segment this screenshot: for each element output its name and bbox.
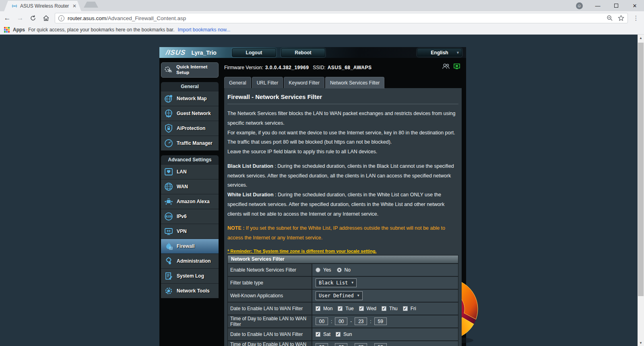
checkbox-fri[interactable]: ✓ bbox=[403, 306, 408, 311]
time-end-min-input[interactable] bbox=[374, 343, 387, 346]
radio-no-label: No bbox=[345, 267, 351, 273]
sidebar-group-general: General Network Map bbox=[161, 82, 219, 150]
time-end-hour-input[interactable] bbox=[355, 343, 367, 346]
sidebar-item-wan[interactable]: WAN bbox=[161, 179, 219, 194]
time-end-hour-input[interactable] bbox=[355, 317, 367, 325]
sidebar-item-label: Amazon Alexa bbox=[177, 199, 210, 204]
time-start-hour-input[interactable] bbox=[316, 343, 328, 346]
language-select[interactable]: English ▼ bbox=[417, 48, 462, 57]
import-bookmarks-link[interactable]: Import bookmarks now... bbox=[178, 27, 231, 33]
sidebar-item-administration[interactable]: Administration bbox=[161, 253, 219, 268]
checkbox-thu[interactable]: ✓ bbox=[382, 306, 386, 311]
sidebar-item-quick-internet-setup[interactable]: Quick Internet Setup bbox=[161, 62, 219, 78]
row-enable-filter: Enable Network Services Filter Yes No bbox=[228, 264, 458, 277]
browser-menu-icon[interactable]: ⋮ bbox=[631, 14, 641, 22]
logout-button[interactable]: Logout bbox=[232, 48, 276, 57]
client-list-icon[interactable] bbox=[442, 63, 450, 70]
sidebar-item-label: Firewall bbox=[177, 243, 195, 249]
row-label: Date to Enable LAN to WAN Filter bbox=[228, 328, 312, 340]
checkbox-sun[interactable]: ✓ bbox=[336, 332, 341, 337]
new-tab-button[interactable] bbox=[84, 2, 98, 8]
sidebar-item-label: LAN bbox=[177, 169, 187, 175]
maximize-button[interactable] bbox=[607, 0, 625, 11]
language-label: English bbox=[431, 50, 448, 56]
sidebar-item-traffic-manager[interactable]: Traffic Manager bbox=[161, 136, 219, 150]
sidebar-item-lan[interactable]: LAN bbox=[161, 164, 219, 179]
scrollbar-thumb[interactable] bbox=[638, 43, 644, 296]
tab-url-filter[interactable]: URL Filter bbox=[252, 77, 283, 88]
checkbox-label: Thu bbox=[389, 306, 398, 311]
sidebar-item-network-map[interactable]: Network Map bbox=[161, 91, 219, 106]
close-window-button[interactable]: ✕ bbox=[625, 0, 644, 11]
sidebar-item-aiprotection[interactable]: AiProtection bbox=[161, 121, 219, 136]
page-scrollbar[interactable]: ▲ ▼ bbox=[638, 35, 644, 346]
time-start-min-input[interactable] bbox=[335, 317, 347, 325]
sidebar-item-label: Network Map bbox=[177, 96, 207, 101]
home-button[interactable] bbox=[40, 12, 52, 24]
sidebar-item-amazon-alexa[interactable]: Amazon Alexa bbox=[161, 194, 219, 209]
row-label: Well-Known Applications bbox=[228, 290, 312, 302]
sidebar: Quick Internet Setup General Network Ma bbox=[159, 58, 220, 346]
bookmark-star-icon[interactable] bbox=[618, 15, 624, 21]
forward-button[interactable]: → bbox=[14, 12, 26, 24]
sidebar-group-title: General bbox=[161, 82, 219, 91]
profile-icon[interactable]: ☺ bbox=[570, 0, 588, 11]
checkbox-mon[interactable]: ✓ bbox=[316, 306, 320, 311]
time-end-min-input[interactable] bbox=[374, 317, 387, 325]
ssid-value[interactable]: ASUS_68_AWAPS bbox=[328, 65, 372, 70]
tab-general[interactable]: General bbox=[224, 77, 251, 88]
remote-display-icon[interactable] bbox=[453, 63, 460, 70]
firmware-label: Firmware Version: bbox=[224, 65, 263, 70]
vpn-monitor-icon bbox=[164, 227, 173, 236]
row-weekend-filter: Date to Enable LAN to WAN Filter ✓Sat ✓S… bbox=[228, 328, 458, 341]
guest-network-icon bbox=[164, 109, 173, 118]
sidebar-item-system-log[interactable]: System Log bbox=[161, 268, 219, 283]
note-text: NOTE : If you set the subnet for the Whi… bbox=[227, 224, 458, 243]
quick-setup-icon bbox=[164, 65, 173, 75]
scroll-down-arrow[interactable]: ▼ bbox=[638, 340, 644, 346]
filter-type-value: Black List bbox=[319, 280, 348, 286]
url-bar[interactable]: i router.asus.com/Advanced_Firewall_Cont… bbox=[55, 13, 628, 23]
checkbox-tue[interactable]: ✓ bbox=[338, 306, 343, 311]
page-title: Firewall - Network Services Filter bbox=[227, 92, 458, 104]
sidebar-item-vpn[interactable]: VPN bbox=[161, 224, 219, 239]
radio-yes-label: Yes bbox=[323, 267, 331, 273]
filter-tabs: General URL Filter Keyword Filter Networ… bbox=[224, 77, 466, 88]
sidebar-item-label: System Log bbox=[177, 273, 204, 279]
browser-tab[interactable]: ASUS Wireless Router Lyr ✕ bbox=[4, 1, 81, 11]
page-info-icon[interactable]: i bbox=[58, 15, 64, 21]
sidebar-item-ipv6[interactable]: IPV6 IPv6 bbox=[161, 209, 219, 224]
sidebar-item-guest-network[interactable]: Guest Network bbox=[161, 106, 219, 121]
firmware-value[interactable]: 3.0.0.4.382_19969 bbox=[265, 65, 309, 70]
apps-label[interactable]: Apps bbox=[13, 27, 25, 33]
tab-network-services-filter[interactable]: Network Services Filter bbox=[325, 77, 384, 89]
back-button[interactable]: ← bbox=[2, 12, 13, 24]
zoom-indicator-icon[interactable] bbox=[607, 15, 613, 21]
url-text[interactable]: router.asus.com/Advanced_Firewall_Conten… bbox=[68, 15, 603, 21]
refresh-button[interactable] bbox=[27, 12, 39, 24]
time-start-min-input[interactable] bbox=[335, 343, 347, 346]
well-known-apps-select[interactable]: User Defined ▼ bbox=[316, 291, 363, 300]
minimize-button[interactable]: — bbox=[588, 0, 607, 11]
network-tools-icon bbox=[164, 286, 173, 296]
apps-grid-icon[interactable] bbox=[4, 27, 10, 33]
radio-no[interactable] bbox=[337, 268, 342, 272]
sidebar-item-firewall[interactable]: Firewall bbox=[161, 239, 219, 253]
ssid-label: SSID: bbox=[313, 65, 325, 70]
sidebar-item-label: Guest Network bbox=[177, 111, 211, 116]
filter-type-select[interactable]: Black List ▼ bbox=[316, 278, 357, 287]
description-text: The Network Services filter blocks the L… bbox=[227, 109, 458, 157]
row-weekday-filter: Date to Enable LAN to WAN Filter ✓Mon ✓T… bbox=[228, 303, 458, 315]
scroll-up-arrow[interactable]: ▲ bbox=[638, 35, 644, 41]
checkbox-wed[interactable]: ✓ bbox=[359, 306, 364, 311]
radio-yes[interactable] bbox=[316, 268, 320, 272]
reboot-button[interactable]: Reboot bbox=[281, 48, 325, 57]
time-start-hour-input[interactable] bbox=[316, 317, 328, 325]
tab-keyword-filter[interactable]: Keyword Filter bbox=[284, 77, 324, 88]
timezone-reminder-link[interactable]: * Reminder: The System time zone is diff… bbox=[227, 249, 458, 253]
sidebar-item-network-tools[interactable]: Network Tools bbox=[161, 283, 219, 298]
shield-lock-icon bbox=[164, 124, 173, 133]
asus-favicon-wifi-icon bbox=[11, 3, 18, 9]
tab-close-icon[interactable]: ✕ bbox=[72, 3, 76, 9]
checkbox-sat[interactable]: ✓ bbox=[316, 332, 320, 337]
